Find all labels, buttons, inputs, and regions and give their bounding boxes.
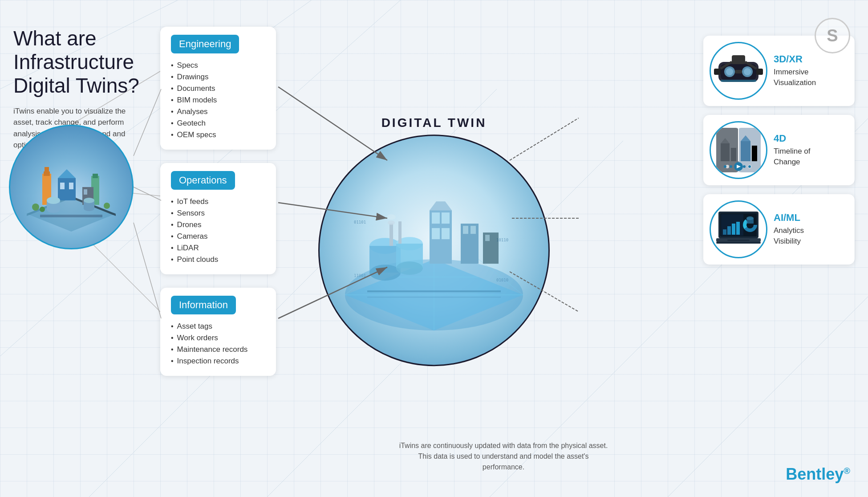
svg-point-53	[369, 265, 401, 281]
list-item: Work orders	[171, 332, 265, 344]
digital-twin-illustration: 01101 10110 11001 01010	[327, 143, 541, 357]
list-item: Sensors	[171, 208, 265, 219]
output-4d-title: 4D	[774, 133, 846, 144]
svg-rect-85	[714, 69, 721, 75]
svg-point-26	[47, 197, 60, 204]
svg-rect-61	[442, 228, 450, 239]
caption-text: iTwins are continuously updated with dat…	[397, 440, 610, 473]
asset-circle	[9, 125, 134, 249]
svg-text:11001: 11001	[354, 273, 366, 278]
svg-rect-64	[463, 226, 468, 234]
engineering-list: Specs Drawings Documents BIM models Anal…	[171, 60, 265, 141]
svg-rect-95	[731, 148, 736, 161]
svg-marker-62	[430, 201, 452, 210]
list-item: Geotech	[171, 118, 265, 129]
svg-point-69	[388, 220, 395, 225]
bentley-text: Bentley	[786, 465, 844, 483]
svg-point-105	[724, 165, 726, 168]
svg-rect-58	[432, 212, 440, 224]
svg-rect-59	[442, 212, 450, 224]
list-item: Documents	[171, 83, 265, 94]
engineering-header: Engineering	[171, 35, 239, 53]
digital-twin-section: DIGITAL TWIN	[318, 116, 550, 366]
output-card-4d: 4D Timeline ofChange	[703, 115, 855, 185]
svg-point-32	[104, 203, 110, 209]
list-item: OEM specs	[171, 129, 265, 141]
output-aiml-title: AI/ML	[774, 212, 846, 224]
list-item: Drones	[171, 219, 265, 231]
svg-rect-60	[432, 228, 440, 239]
svg-rect-87	[732, 55, 745, 64]
engineering-panel: Engineering Specs Drawings Documents BIM…	[160, 27, 276, 150]
svg-marker-10	[27, 196, 116, 232]
svg-point-31	[40, 207, 45, 212]
registered-mark: ®	[844, 466, 850, 476]
svg-rect-123	[716, 242, 761, 244]
list-item: Inspection records	[171, 355, 265, 367]
left-panels: Engineering Specs Drawings Documents BIM…	[160, 27, 276, 376]
list-item: BIM models	[171, 94, 265, 106]
output-3dxr-subtitle: ImmersiveVisualization	[774, 67, 846, 88]
svg-point-82	[726, 68, 733, 75]
svg-rect-84	[735, 70, 742, 73]
list-item: Asset tags	[171, 321, 265, 332]
svg-rect-23	[84, 189, 87, 195]
svg-point-83	[744, 68, 751, 75]
svg-rect-114	[727, 226, 731, 235]
vr-headset-circle	[710, 42, 767, 100]
svg-rect-90	[721, 80, 756, 82]
svg-rect-116	[736, 222, 740, 235]
timeline-circle	[710, 121, 767, 179]
output-3dxr-title: 3D/XR	[774, 53, 846, 65]
operations-panel: Operations IoT feeds Sensors Drones Came…	[160, 163, 276, 274]
svg-rect-16	[69, 183, 73, 189]
vr-headset-icon	[714, 46, 763, 95]
svg-text:01101: 01101	[354, 220, 366, 224]
page-container: What are Infrastructure Digital Twins? i…	[0, 0, 868, 497]
svg-rect-94	[721, 143, 730, 161]
list-item: Cameras	[171, 231, 265, 242]
svg-rect-71	[398, 221, 402, 244]
svg-point-108	[748, 165, 751, 168]
svg-point-70	[387, 214, 396, 220]
svg-rect-98	[752, 146, 757, 161]
svg-marker-14	[58, 169, 76, 178]
svg-rect-21	[93, 174, 98, 178]
list-item: Specs	[171, 60, 265, 71]
svg-rect-68	[389, 224, 393, 246]
output-4d-subtitle: Timeline ofChange	[774, 146, 846, 167]
svg-text:01010: 01010	[496, 278, 508, 282]
svg-point-56	[396, 261, 423, 275]
list-item: Maintenance records	[171, 344, 265, 355]
laptop-icon	[714, 205, 763, 254]
svg-line-43	[134, 223, 161, 318]
svg-text:10110: 10110	[496, 238, 508, 242]
list-item: LiDAR	[171, 242, 265, 254]
bottom-caption: iTwins are continuously updated with dat…	[397, 440, 610, 473]
svg-point-30	[32, 204, 39, 211]
svg-line-42	[134, 187, 161, 200]
operations-list: IoT feeds Sensors Drones Cameras LiDAR P…	[171, 196, 265, 265]
output-card-aiml: AI/ML AnalyticsVisibility	[703, 194, 855, 265]
svg-rect-115	[732, 224, 735, 235]
main-title: What are Infrastructure Digital Twins?	[13, 27, 147, 98]
output-4d-text: 4D Timeline ofChange	[774, 133, 846, 167]
svg-rect-72	[367, 290, 501, 292]
output-aiml-subtitle: AnalyticsVisibility	[774, 225, 846, 247]
information-header: Information	[171, 296, 236, 314]
timeline-icon	[714, 126, 763, 175]
logo-letter: S	[827, 26, 838, 45]
factory-illustration	[18, 138, 125, 236]
list-item: IoT feeds	[171, 196, 265, 208]
svg-rect-19	[45, 167, 49, 174]
operations-header: Operations	[171, 171, 235, 190]
list-item: Drawings	[171, 71, 265, 83]
svg-point-107	[743, 165, 746, 168]
svg-rect-65	[471, 226, 476, 234]
list-item: Analyses	[171, 106, 265, 118]
svg-rect-67	[485, 235, 490, 241]
top-right-logo: S	[815, 18, 850, 53]
svg-rect-113	[723, 229, 726, 235]
bentley-logo: Bentley®	[786, 465, 850, 484]
svg-rect-120	[746, 218, 754, 224]
